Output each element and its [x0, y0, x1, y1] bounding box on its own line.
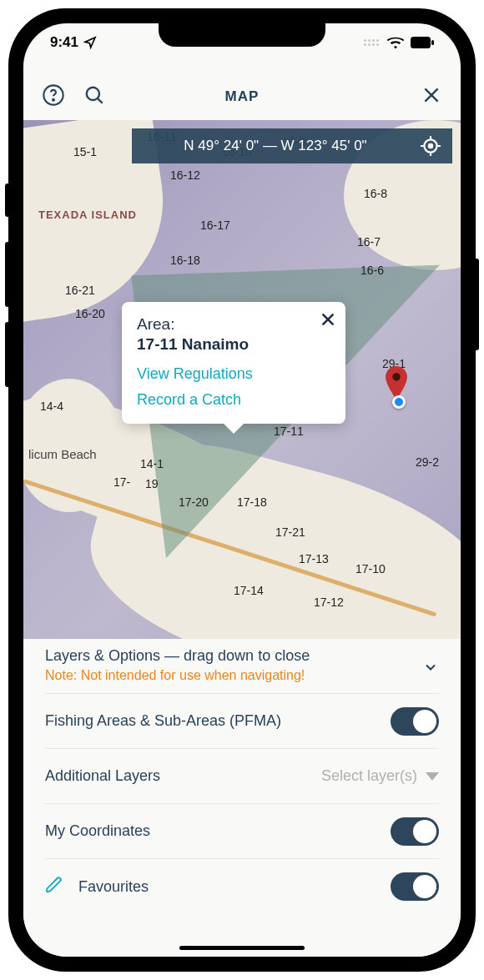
close-icon — [421, 84, 442, 106]
area-label[interactable]: 19 — [145, 477, 159, 490]
status-time: 9:41 — [50, 34, 78, 51]
sheet-note: Note: Not intended for use when navigati… — [45, 668, 310, 683]
area-label[interactable]: 16-8 — [364, 187, 387, 200]
svg-rect-0 — [411, 37, 431, 48]
svg-rect-1 — [431, 40, 434, 45]
search-button[interactable] — [83, 84, 105, 109]
sheet-title: Layers & Options — drag down to close — [45, 647, 310, 665]
row-coords-label: My Coordinates — [45, 822, 150, 840]
svg-point-9 — [429, 144, 432, 148]
area-label[interactable]: 17-10 — [355, 562, 386, 575]
area-label[interactable]: 16-20 — [75, 307, 105, 320]
area-label[interactable]: 16-17 — [200, 219, 230, 232]
row-additional-layers: Additional Layers Select layer(s) — [45, 749, 439, 804]
area-label[interactable]: 14-4 — [40, 400, 63, 413]
location-arrow-icon — [83, 36, 97, 49]
area-label[interactable]: 16-12 — [170, 168, 200, 182]
map-view[interactable]: 15-116-1116-1016-1216-916-816-1716-716-1… — [23, 120, 461, 639]
app-switcher-dots-icon — [364, 39, 379, 46]
popup-area-label: Area: — [137, 315, 330, 334]
close-button[interactable] — [421, 84, 442, 109]
record-catch-link[interactable]: Record a Catch — [137, 391, 330, 409]
svg-point-14 — [392, 373, 400, 380]
layers-options-sheet: Layers & Options — drag down to close No… — [23, 639, 461, 957]
svg-point-3 — [53, 99, 54, 101]
toggle-favourites[interactable] — [391, 872, 439, 901]
coordinates-banner: N 49° 24' 0" — W 123° 45' 0" — [132, 128, 452, 163]
area-label[interactable]: 16-21 — [65, 284, 95, 297]
area-label[interactable]: 17-11 — [274, 425, 304, 438]
pin-icon — [384, 366, 409, 400]
area-label[interactable]: 17- — [113, 475, 130, 489]
area-label[interactable]: 15-1 — [73, 145, 97, 158]
app-header: MAP — [23, 73, 461, 120]
area-label[interactable]: 17-18 — [237, 495, 267, 509]
close-icon — [319, 310, 337, 329]
caret-down-icon — [426, 771, 439, 781]
wifi-icon — [387, 36, 404, 49]
collapse-sheet-button[interactable] — [422, 659, 439, 679]
home-indicator[interactable] — [179, 946, 305, 950]
area-label[interactable]: 16-7 — [357, 235, 381, 249]
help-circle-icon — [42, 83, 65, 107]
row-pfma: Fishing Areas & Sub-Areas (PFMA) — [45, 694, 439, 749]
view-regulations-link[interactable]: View Regulations — [137, 365, 330, 383]
coordinates-text: N 49° 24' 0" — W 123° 45' 0" — [142, 138, 409, 154]
select-layers-placeholder: Select layer(s) — [321, 767, 417, 785]
battery-icon — [411, 37, 434, 48]
area-label[interactable]: 14-1 — [140, 457, 164, 470]
area-label[interactable]: 17-13 — [299, 552, 329, 565]
svg-line-5 — [98, 98, 102, 103]
island-label: TEXADA ISLAND — [38, 209, 137, 221]
area-label[interactable]: 17-14 — [234, 584, 264, 597]
sheet-header-row[interactable]: Layers & Options — drag down to close No… — [45, 639, 439, 694]
area-label[interactable]: 29-2 — [416, 455, 439, 469]
row-pfma-label: Fishing Areas & Sub-Areas (PFMA) — [45, 712, 281, 730]
popup-close-button[interactable] — [319, 310, 337, 332]
area-label[interactable]: 17-21 — [275, 525, 305, 539]
crosshair-icon — [420, 135, 441, 157]
row-favourites: Favourites — [45, 859, 439, 914]
beach-label: licum Beach — [28, 447, 97, 461]
locate-me-button[interactable] — [419, 134, 442, 158]
select-layers-dropdown[interactable]: Select layer(s) — [321, 767, 439, 785]
search-icon — [83, 84, 105, 106]
svg-marker-17 — [426, 772, 439, 781]
edit-favourites-button[interactable] — [45, 876, 63, 897]
toggle-pfma[interactable] — [391, 707, 439, 736]
row-my-coordinates: My Coordinates — [45, 804, 439, 859]
row-additional-label: Additional Layers — [45, 767, 160, 785]
my-location-dot — [392, 395, 406, 409]
popup-area-value: 17-11 Nanaimo — [137, 335, 330, 354]
chevron-down-icon — [422, 659, 439, 676]
help-button[interactable] — [42, 83, 65, 110]
area-label[interactable]: 17-12 — [314, 596, 344, 609]
svg-point-4 — [87, 88, 99, 100]
toggle-my-coordinates[interactable] — [391, 817, 439, 846]
area-info-popup: Area: 17-11 Nanaimo View Regulations Rec… — [122, 302, 345, 424]
row-fav-label: Favourites — [78, 878, 149, 896]
area-label[interactable]: 17-20 — [179, 495, 209, 509]
area-label[interactable]: 16-6 — [360, 264, 384, 277]
pencil-icon — [45, 876, 63, 894]
area-label[interactable]: 16-18 — [170, 254, 200, 267]
